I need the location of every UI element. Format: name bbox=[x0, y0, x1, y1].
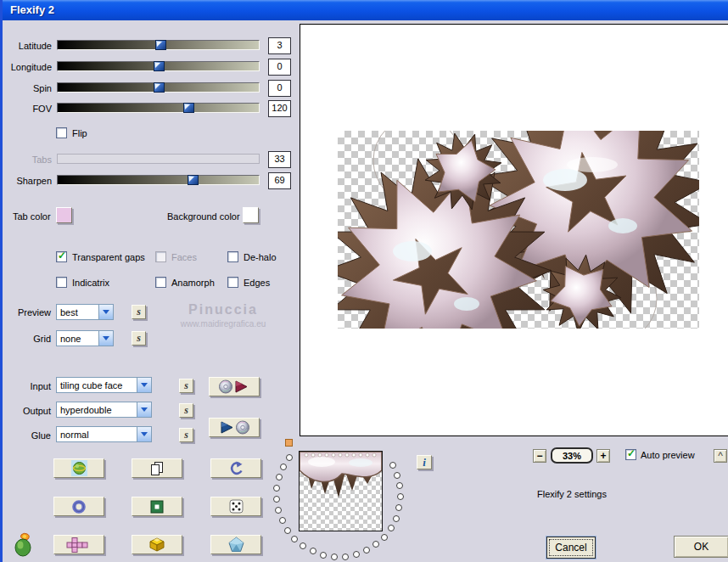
tab-color-swatch[interactable] bbox=[56, 207, 72, 223]
input-dropdown[interactable]: tiling cube face bbox=[56, 377, 152, 393]
auto-preview-checkbox[interactable] bbox=[625, 449, 636, 460]
spin-slider[interactable] bbox=[57, 82, 260, 93]
dial-dot[interactable] bbox=[300, 542, 306, 549]
input-dropdown-value: tiling cube face bbox=[57, 380, 137, 391]
dial-dot[interactable] bbox=[395, 504, 402, 511]
copy-button[interactable] bbox=[132, 458, 182, 478]
ok-button[interactable]: OK bbox=[674, 536, 728, 558]
dial-dot[interactable] bbox=[372, 541, 379, 548]
fov-slider-thumb[interactable] bbox=[183, 103, 194, 113]
glue-s-button[interactable]: s bbox=[179, 428, 193, 442]
undo-button[interactable] bbox=[210, 458, 261, 478]
spin-slider-thumb[interactable] bbox=[154, 82, 165, 93]
latitude-value[interactable]: 3 bbox=[268, 37, 291, 54]
tabs-label: Tabs bbox=[3, 155, 52, 165]
dial-dot[interactable] bbox=[342, 554, 349, 560]
dial-dot[interactable] bbox=[279, 517, 286, 524]
preview-panel[interactable] bbox=[300, 24, 728, 436]
dice-button[interactable] bbox=[210, 497, 261, 516]
info-button[interactable]: i bbox=[417, 455, 432, 469]
frame-button[interactable] bbox=[132, 497, 182, 516]
dial-dot[interactable] bbox=[388, 525, 395, 531]
preview-label: Preview bbox=[3, 307, 51, 318]
longitude-slider-thumb[interactable] bbox=[154, 61, 165, 71]
dial-dot[interactable] bbox=[396, 482, 403, 489]
output-dropdown[interactable]: hyperdouble bbox=[56, 402, 152, 418]
title-bar[interactable]: Flexify 2 bbox=[3, 0, 728, 20]
anamorph-label: Anamorph bbox=[171, 278, 215, 288]
settings-status-text: Flexify 2 settings bbox=[537, 489, 607, 499]
sharpen-slider[interactable] bbox=[57, 175, 260, 185]
glue-dropdown[interactable]: normal bbox=[56, 426, 152, 442]
polyhedron-button[interactable] bbox=[210, 535, 261, 554]
transparent-gaps-checkbox[interactable] bbox=[56, 251, 67, 262]
fov-slider[interactable] bbox=[57, 103, 260, 113]
save-settings-button[interactable] bbox=[209, 377, 260, 396]
auto-preview-label: Auto preview bbox=[641, 450, 695, 460]
longitude-value[interactable]: 0 bbox=[268, 59, 291, 76]
dial-dot[interactable] bbox=[280, 464, 287, 470]
chevron-down-icon[interactable] bbox=[137, 427, 151, 441]
dial-dot[interactable] bbox=[310, 548, 316, 554]
dial-dot[interactable] bbox=[397, 493, 404, 500]
chevron-down-icon[interactable] bbox=[137, 402, 151, 417]
chevron-down-icon[interactable] bbox=[98, 305, 113, 319]
dial-dot[interactable] bbox=[381, 534, 388, 541]
zoom-in-button[interactable]: + bbox=[596, 449, 610, 463]
dial-dot[interactable] bbox=[273, 485, 280, 492]
square-frame-icon bbox=[149, 499, 165, 514]
thumbnail-artwork bbox=[300, 452, 382, 531]
flip-checkbox[interactable] bbox=[56, 127, 67, 138]
preview-s-button[interactable]: s bbox=[132, 305, 146, 319]
load-settings-button[interactable] bbox=[209, 418, 260, 437]
spin-value[interactable]: 0 bbox=[268, 80, 291, 97]
tabs-value[interactable]: 33 bbox=[268, 151, 291, 168]
input-s-button[interactable]: s bbox=[179, 379, 193, 393]
cube-net-button[interactable] bbox=[53, 535, 104, 554]
dial-dot[interactable] bbox=[275, 507, 282, 514]
ring-button[interactable] bbox=[53, 497, 104, 516]
sharpen-slider-thumb[interactable] bbox=[188, 175, 199, 185]
globe-button[interactable] bbox=[53, 458, 104, 478]
preview-thumbnail[interactable] bbox=[299, 451, 383, 531]
output-dropdown-value: hyperdouble bbox=[57, 405, 137, 415]
watermark: Pinuccia www.maidiregrafica.eu bbox=[154, 302, 293, 329]
dial-dot[interactable] bbox=[363, 547, 370, 554]
anamorph-checkbox[interactable] bbox=[155, 277, 166, 288]
dial-dot[interactable] bbox=[286, 454, 293, 461]
chevron-down-icon[interactable] bbox=[98, 331, 113, 346]
dial-dot[interactable] bbox=[389, 462, 396, 469]
background-color-swatch[interactable] bbox=[243, 207, 259, 223]
dial-dot[interactable] bbox=[394, 472, 400, 479]
chevron-down-icon[interactable] bbox=[137, 378, 151, 392]
indicatrix-checkbox[interactable] bbox=[56, 277, 67, 288]
dial-dot[interactable] bbox=[320, 552, 327, 559]
background-color-label: Background color bbox=[167, 211, 240, 222]
dial-dot[interactable] bbox=[273, 496, 280, 503]
edges-checkbox[interactable] bbox=[227, 277, 238, 288]
grid-s-button[interactable]: s bbox=[132, 331, 146, 346]
box-button[interactable] bbox=[132, 535, 182, 554]
collapse-button[interactable]: ^ bbox=[714, 449, 727, 463]
glue-dropdown-value: normal bbox=[57, 430, 137, 440]
dial-dot[interactable] bbox=[276, 474, 283, 481]
sharpen-value[interactable]: 69 bbox=[268, 172, 291, 189]
fov-value[interactable]: 120 bbox=[268, 100, 291, 117]
de-halo-checkbox[interactable] bbox=[227, 251, 238, 262]
flexify-dialog: Flexify 2 Latitude 3 Longitude 0 Spin 0 … bbox=[0, 0, 728, 562]
dial-dot[interactable] bbox=[393, 515, 400, 522]
output-s-button[interactable]: s bbox=[179, 403, 193, 418]
longitude-slider[interactable] bbox=[57, 61, 260, 71]
latitude-slider[interactable] bbox=[57, 40, 260, 50]
zoom-out-button[interactable]: − bbox=[533, 449, 546, 463]
latitude-slider-thumb[interactable] bbox=[155, 40, 166, 50]
dial-dot[interactable] bbox=[353, 551, 360, 558]
dial-dot[interactable] bbox=[291, 536, 298, 542]
dial-dot[interactable] bbox=[331, 554, 338, 560]
cancel-button[interactable]: Cancel bbox=[546, 537, 596, 559]
grid-dropdown[interactable]: none bbox=[56, 330, 114, 346]
window-title: Flexify 2 bbox=[10, 3, 54, 16]
dial-dot[interactable] bbox=[284, 527, 291, 534]
ring-icon bbox=[71, 499, 87, 514]
preview-dropdown[interactable]: best bbox=[56, 304, 114, 320]
